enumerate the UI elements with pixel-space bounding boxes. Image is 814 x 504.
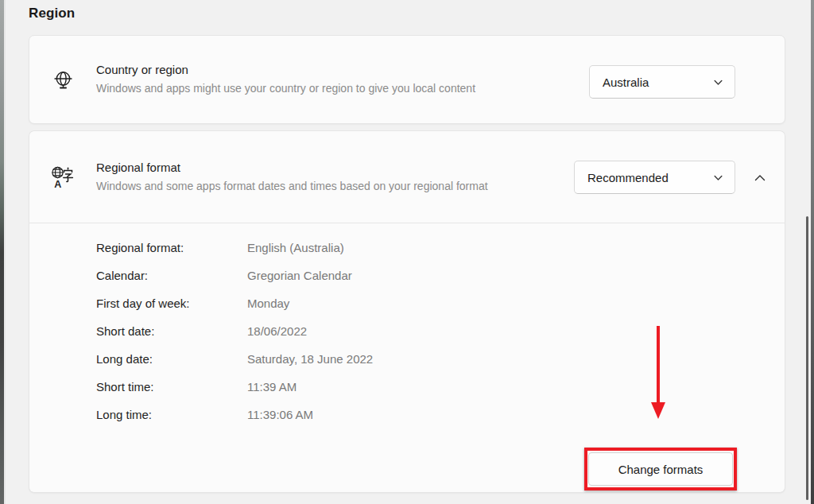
country-dropdown-value: Australia bbox=[603, 76, 699, 89]
detail-label: Regional format: bbox=[96, 241, 247, 254]
regional-format-details-list: Regional format: English (Australia) Cal… bbox=[96, 234, 373, 428]
detail-value: Monday bbox=[247, 297, 289, 310]
detail-row-regional-format: Regional format: English (Australia) bbox=[96, 234, 373, 262]
screen-edge-right bbox=[811, 0, 814, 504]
detail-label: Calendar: bbox=[96, 269, 247, 282]
country-or-region-card: Country or region Windows and apps might… bbox=[29, 35, 785, 124]
detail-value: English (Australia) bbox=[247, 241, 344, 254]
detail-value: Gregorian Calendar bbox=[247, 269, 352, 282]
detail-row-short-time: Short time: 11:39 AM bbox=[96, 373, 373, 401]
regional-dropdown-value: Recommended bbox=[587, 171, 699, 184]
detail-label: Long time: bbox=[96, 408, 247, 421]
detail-row-calendar: Calendar: Gregorian Calendar bbox=[96, 262, 373, 289]
svg-text:A: A bbox=[54, 178, 61, 189]
detail-label: First day of week: bbox=[96, 297, 247, 310]
regional-format-card-header[interactable]: A Regional format Windows and some apps … bbox=[29, 130, 785, 223]
country-dropdown[interactable]: Australia bbox=[589, 65, 735, 99]
detail-label: Short time: bbox=[96, 380, 247, 394]
settings-region-page: Region Country or region Windows and app… bbox=[0, 0, 814, 504]
detail-row-long-date: Long date: Saturday, 18 June 2022 bbox=[96, 345, 373, 373]
page-title: Region bbox=[29, 6, 75, 21]
language-globe-icon: A bbox=[29, 165, 96, 189]
chevron-down-icon bbox=[713, 173, 723, 183]
globe-icon bbox=[29, 69, 96, 91]
detail-row-first-day-of-week: First day of week: Monday bbox=[96, 289, 373, 317]
detail-value: Saturday, 18 June 2022 bbox=[247, 352, 373, 366]
detail-value: 18/06/2022 bbox=[247, 324, 307, 338]
detail-value: 11:39:06 AM bbox=[247, 408, 313, 421]
detail-label: Long date: bbox=[96, 352, 247, 366]
chevron-down-icon bbox=[713, 77, 723, 87]
detail-row-long-time: Long time: 11:39:06 AM bbox=[96, 401, 373, 428]
vertical-scrollbar-thumb[interactable] bbox=[806, 216, 808, 500]
detail-label: Short date: bbox=[96, 324, 247, 338]
change-formats-button[interactable]: Change formats bbox=[588, 452, 733, 486]
regional-format-dropdown[interactable]: Recommended bbox=[574, 161, 735, 194]
detail-row-short-date: Short date: 18/06/2022 bbox=[96, 317, 373, 345]
screen-edge-left bbox=[0, 0, 6, 504]
country-card-description: Windows and apps might use your country … bbox=[96, 80, 545, 97]
detail-value: 11:39 AM bbox=[247, 380, 297, 394]
regional-card-description: Windows and some apps format dates and t… bbox=[96, 178, 545, 195]
chevron-up-icon[interactable] bbox=[746, 164, 774, 192]
